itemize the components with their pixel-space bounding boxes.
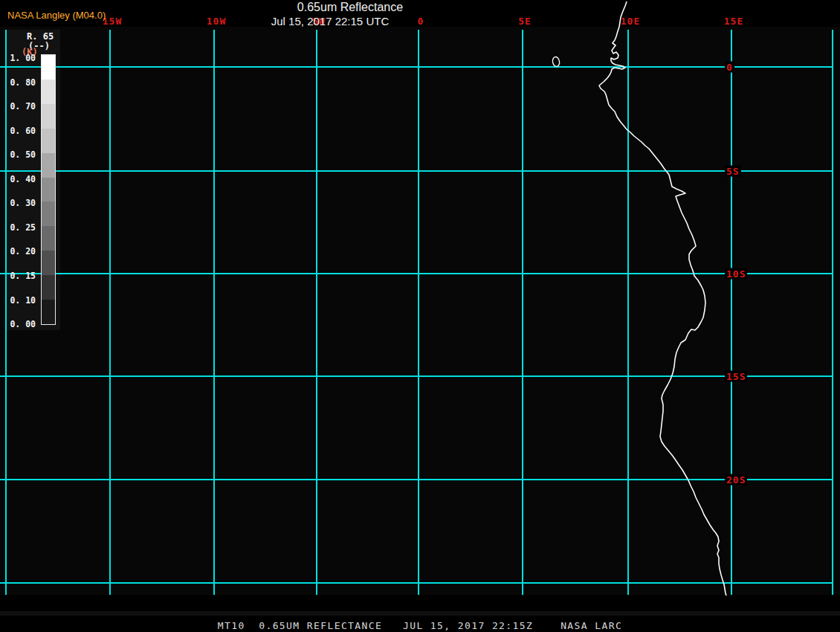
colorbar-segment	[42, 201, 55, 226]
colorbar-tick-label: 0. 25	[7, 222, 36, 233]
colorbar-tick-label: 0. 50	[7, 149, 36, 160]
longitude-label: 10E	[621, 16, 640, 27]
colorbar-segment	[42, 275, 55, 300]
colorbar-segment	[42, 129, 55, 153]
colorbar-tick-label: 0. 70	[7, 101, 36, 112]
coastline-map	[0, 0, 840, 632]
longitude-label: 0	[418, 16, 424, 27]
timestamp-subtitle: Jul 15, 2017 22:15 UTC	[271, 15, 389, 28]
longitude-label: 10W	[207, 16, 226, 27]
colorbar-segment	[42, 55, 55, 80]
colorbar-tick-label: 0. 60	[7, 126, 36, 136]
colorbar-tick-label: 0. 10	[7, 295, 36, 306]
colorbar-tick-label: 1. 00	[7, 53, 36, 63]
colorbar-segment	[42, 251, 55, 275]
colorbar-tick-label: 0. 00	[7, 319, 36, 329]
colorbar-title: R. 65	[27, 31, 54, 42]
longitude-label: 15E	[724, 16, 743, 27]
colorbar-segment	[42, 80, 55, 104]
colorbar-tick-label: 0. 30	[7, 198, 36, 208]
colorbar-segment	[42, 178, 55, 202]
colorbar-segment	[42, 153, 55, 178]
longitude-label: 5E	[518, 16, 532, 27]
coastline-path	[599, 1, 726, 596]
colorbar-scale	[41, 54, 56, 325]
latitude-label: 5S	[725, 166, 741, 177]
page-title: 0.65um Reflectance	[297, 1, 403, 14]
satellite-product-viewer: 15W10W5W05E10E15E05S10S15S20S NASA Langl…	[0, 0, 840, 632]
colorbar-tick-label: 0. 15	[7, 271, 36, 281]
latitude-label: 0	[725, 62, 734, 73]
colorbar-tick-label: 0. 20	[7, 246, 36, 257]
island-outline	[552, 57, 560, 68]
colorbar-segment	[42, 226, 55, 251]
latitude-label: 10S	[725, 268, 747, 280]
latitude-label: 15S	[725, 371, 747, 382]
colorbar-tick-label: 0. 40	[7, 174, 36, 184]
credit-label: NASA Langley (M04.0)	[7, 10, 106, 21]
latitude-label: 20S	[725, 474, 747, 486]
colorbar-tick-label: 0. 80	[7, 77, 36, 88]
footer-caption: MT10 0.65UM REFLECTANCE JUL 15, 2017 22:…	[0, 620, 840, 631]
colorbar-segment	[42, 104, 55, 129]
colorbar-segment	[42, 300, 55, 324]
